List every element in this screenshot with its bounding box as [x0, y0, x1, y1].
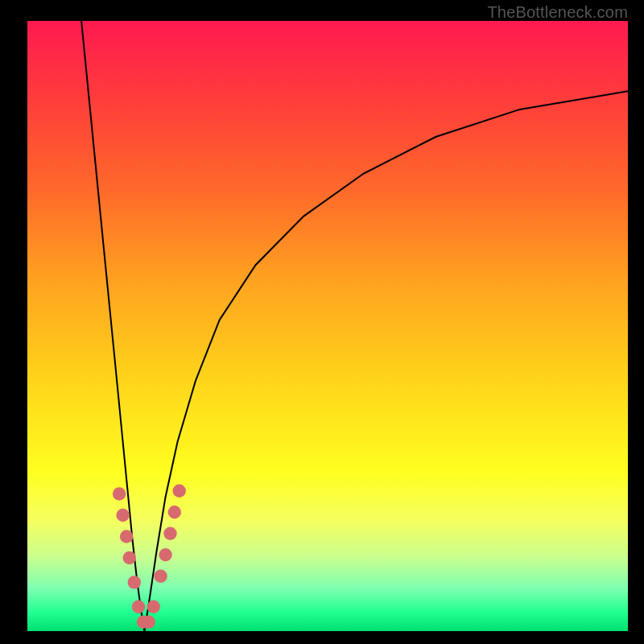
- watermark-text: TheBottleneck.com: [487, 3, 628, 22]
- data-dot: [116, 509, 129, 522]
- data-dot: [168, 506, 181, 518]
- curve-right-curve: [145, 91, 629, 631]
- data-dot: [163, 527, 176, 540]
- data-dot: [120, 530, 133, 543]
- data-dot: [128, 576, 141, 588]
- curve-left-curve: [81, 21, 144, 631]
- data-dot: [123, 551, 136, 564]
- data-dot: [142, 615, 155, 628]
- data-dot: [154, 570, 167, 583]
- chart-svg: [0, 0, 644, 644]
- chart-frame: TheBottleneck.com: [0, 0, 644, 644]
- data-dot: [159, 548, 171, 561]
- data-dot: [147, 601, 160, 613]
- data-dot: [132, 601, 145, 613]
- data-dot: [113, 487, 126, 500]
- data-dot: [173, 485, 186, 497]
